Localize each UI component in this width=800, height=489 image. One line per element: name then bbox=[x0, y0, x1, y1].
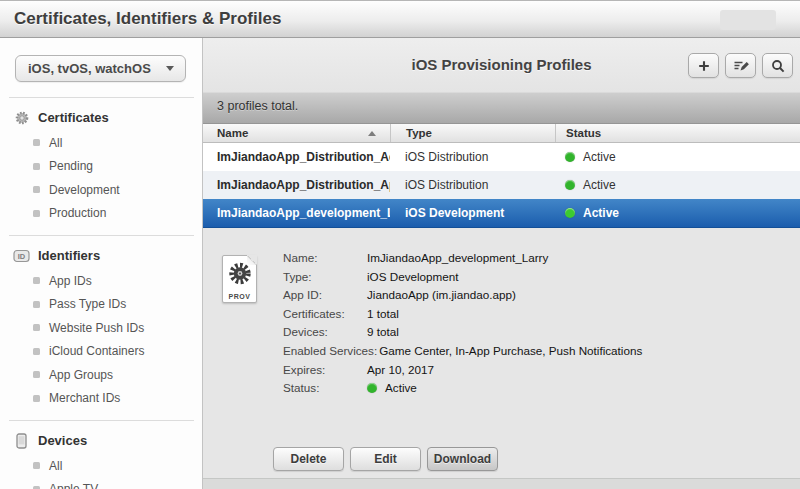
toolbar bbox=[688, 53, 793, 78]
status-dot-icon bbox=[367, 383, 377, 393]
bullet-icon bbox=[33, 301, 40, 308]
bullet-icon bbox=[33, 462, 40, 469]
detail-action-buttons: Delete Edit Download bbox=[273, 447, 498, 471]
sidebar-item-app-groups[interactable]: App Groups bbox=[0, 363, 202, 387]
prov-file-icon: PROV bbox=[222, 255, 257, 303]
field-label: Status: bbox=[283, 381, 365, 394]
main-panel: iOS Provisioning Profiles bbox=[203, 38, 800, 489]
profile-status: Active bbox=[555, 206, 800, 220]
profile-type: iOS Distribution bbox=[390, 178, 555, 192]
bullet-icon bbox=[33, 186, 40, 193]
app-window: Certificates, Identifiers & Profiles iOS… bbox=[0, 0, 800, 489]
field-value: Apr 10, 2017 bbox=[367, 363, 434, 376]
plus-icon bbox=[697, 59, 711, 73]
svg-text:ID: ID bbox=[18, 252, 26, 261]
field-value: Game Center, In-App Purchase, Push Notif… bbox=[379, 344, 642, 357]
sidebar-item-pass-type-ids[interactable]: Pass Type IDs bbox=[0, 293, 202, 317]
profile-status: Active bbox=[555, 150, 800, 164]
profile-status: Active bbox=[555, 178, 800, 192]
table-row[interactable]: ImJiandaoApp_Distribution_AppSt... iOS D… bbox=[203, 171, 800, 199]
detail-status-text: Active bbox=[385, 381, 417, 394]
status-dot-icon bbox=[565, 180, 575, 190]
sidebar-section-label: Certificates bbox=[38, 110, 109, 125]
gear-icon bbox=[226, 260, 253, 287]
main-header: iOS Provisioning Profiles bbox=[203, 38, 800, 92]
column-header-status[interactable]: Status bbox=[555, 124, 800, 142]
page-header: Certificates, Identifiers & Profiles bbox=[0, 0, 800, 38]
profile-name: ImJiandaoApp_Distribution_AppSt... bbox=[203, 178, 390, 192]
chevron-down-icon bbox=[166, 66, 174, 71]
sidebar-item-certificates-production[interactable]: Production bbox=[0, 202, 202, 226]
profile-detail-panel: PROV Name: ImJiandaoApp_development_Larr… bbox=[203, 228, 800, 478]
sidebar-item-website-push-ids[interactable]: Website Push IDs bbox=[0, 316, 202, 340]
sidebar-item-certificates-pending[interactable]: Pending bbox=[0, 155, 202, 179]
search-button[interactable] bbox=[762, 53, 793, 78]
column-header-name[interactable]: Name bbox=[203, 124, 390, 142]
bullet-icon bbox=[33, 371, 40, 378]
sidebar-item-apple-tv[interactable]: Apple TV bbox=[0, 478, 202, 489]
bullet-icon bbox=[33, 210, 40, 217]
profile-type: iOS Development bbox=[390, 206, 555, 220]
table-row[interactable]: ImJiandaoApp_Distribution_AdHoc iOS Dist… bbox=[203, 143, 800, 171]
field-value: ImJiandaoApp_development_Larry bbox=[367, 251, 548, 264]
account-name-redacted[interactable] bbox=[720, 10, 776, 30]
table-row-selected[interactable]: ImJiandaoApp_development_Larry iOS Devel… bbox=[203, 199, 800, 228]
status-text: Active bbox=[583, 150, 616, 164]
field-label: Type: bbox=[283, 270, 365, 283]
edit-list-icon bbox=[733, 59, 749, 73]
status-dot-icon bbox=[565, 208, 575, 218]
sidebar: iOS, tvOS, watchOS Certificates All bbox=[0, 38, 203, 489]
delete-button[interactable]: Delete bbox=[273, 447, 344, 471]
bullet-icon bbox=[33, 277, 40, 284]
sidebar-item-app-ids[interactable]: App IDs bbox=[0, 269, 202, 293]
platform-dropdown-label: iOS, tvOS, watchOS bbox=[28, 61, 151, 76]
field-value: 1 total bbox=[367, 307, 399, 320]
certificate-seal-icon bbox=[13, 109, 30, 126]
sidebar-item-certificates-all[interactable]: All bbox=[0, 131, 202, 155]
sidebar-section-devices: Devices bbox=[0, 421, 202, 454]
bullet-icon bbox=[33, 324, 40, 331]
profiles-count-bar: 3 profiles total. bbox=[203, 92, 800, 124]
edit-profiles-button[interactable] bbox=[725, 53, 756, 78]
bullet-icon bbox=[33, 163, 40, 170]
id-badge-icon: ID bbox=[13, 247, 30, 264]
search-icon bbox=[771, 59, 785, 73]
field-label: Name: bbox=[283, 251, 365, 264]
field-label: Devices: bbox=[283, 325, 365, 338]
field-value: Active bbox=[367, 381, 417, 394]
sort-ascending-icon bbox=[368, 131, 376, 136]
sidebar-section-label: Devices bbox=[38, 433, 87, 448]
field-label: Enabled Services: bbox=[283, 344, 377, 357]
profile-name: ImJiandaoApp_Distribution_AdHoc bbox=[203, 150, 390, 164]
sidebar-item-merchant-ids[interactable]: Merchant IDs bbox=[0, 387, 202, 411]
bullet-icon bbox=[33, 395, 40, 402]
column-header-type[interactable]: Type bbox=[390, 124, 555, 142]
table-header: Name Type Status bbox=[203, 124, 800, 143]
sidebar-item-certificates-development[interactable]: Development bbox=[0, 178, 202, 202]
sidebar-section-label: Identifiers bbox=[38, 248, 100, 263]
detail-fields: Name: ImJiandaoApp_development_Larry Typ… bbox=[283, 251, 642, 400]
field-value: iOS Development bbox=[367, 270, 459, 283]
field-value: 9 total bbox=[367, 325, 399, 338]
status-dot-icon bbox=[565, 152, 575, 162]
sidebar-item-devices-all[interactable]: All bbox=[0, 454, 202, 478]
profile-name: ImJiandaoApp_development_Larry bbox=[203, 206, 390, 220]
status-text: Active bbox=[583, 206, 619, 220]
add-profile-button[interactable] bbox=[688, 53, 719, 78]
sidebar-section-certificates: Certificates bbox=[0, 98, 202, 131]
prov-label: PROV bbox=[223, 293, 256, 300]
status-text: Active bbox=[583, 178, 616, 192]
edit-button[interactable]: Edit bbox=[350, 447, 421, 471]
platform-dropdown[interactable]: iOS, tvOS, watchOS bbox=[15, 55, 186, 82]
sidebar-section-identifiers: ID Identifiers bbox=[0, 236, 202, 269]
field-value: JiandaoApp (im.jiandao.app) bbox=[367, 288, 516, 301]
bullet-icon bbox=[33, 139, 40, 146]
field-label: Expires: bbox=[283, 363, 365, 376]
field-label: App ID: bbox=[283, 288, 365, 301]
device-icon bbox=[13, 432, 30, 449]
profiles-count-text: 3 profiles total. bbox=[217, 99, 298, 113]
download-button[interactable]: Download bbox=[427, 447, 498, 471]
bullet-icon bbox=[33, 348, 40, 355]
page-title: Certificates, Identifiers & Profiles bbox=[14, 9, 281, 29]
sidebar-item-icloud-containers[interactable]: iCloud Containers bbox=[0, 340, 202, 364]
